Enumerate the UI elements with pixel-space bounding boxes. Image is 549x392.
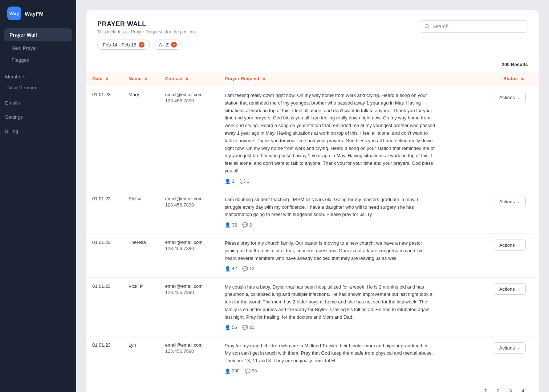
sidebar-item-emails[interactable]: Emails — [0, 94, 76, 108]
prayer-table-container: Date ⇅ Name ⇅ Contact ⇅ Prayer Request — [86, 72, 539, 380]
person-icon-0: 👤 — [225, 179, 231, 184]
cell-prayer-2: Please pray for my church family. Our pa… — [219, 234, 488, 277]
sidebar-item-prayer-wall[interactable]: Prayer Wall — [4, 28, 72, 41]
cell-date-2: 01.01.23 — [86, 234, 123, 277]
cell-name-0: Mary — [123, 86, 159, 190]
cell-date-3: 01.01.23 — [86, 277, 123, 336]
stat-chat-4: 💬 98 — [245, 368, 257, 374]
date-filter-remove-icon[interactable]: − — [139, 42, 145, 48]
results-count: 200 Results — [86, 57, 539, 72]
stat-chat-0: 💬 1 — [240, 179, 249, 184]
actions-label-0: Actions — [499, 95, 515, 100]
page-subtitle: This includes all Prayer Requests for th… — [97, 29, 197, 34]
search-icon — [424, 24, 430, 29]
chat-icon-1: 💬 — [242, 222, 248, 228]
cell-status-1: Actions ⌄ — [488, 190, 539, 233]
col-header-date[interactable]: Date ⇅ — [86, 72, 123, 86]
cell-prayer-0: I am feeling really down right now. On m… — [219, 86, 488, 190]
table-row: 01.01.23 Mary email@email.com 123.456.78… — [86, 86, 539, 190]
person-icon-2: 👤 — [225, 266, 231, 271]
logo-badge: Way — [7, 7, 21, 20]
actions-label-3: Actions — [499, 286, 515, 292]
prayer-table: Date ⇅ Name ⇅ Contact ⇅ Prayer Request — [86, 72, 539, 380]
col-header-name[interactable]: Name ⇅ — [123, 72, 159, 86]
actions-chevron-0: ⌄ — [517, 95, 520, 100]
sidebar-item-flagged[interactable]: Flagged — [4, 54, 72, 66]
sort-contact-icon: ⇅ — [186, 77, 188, 81]
cell-status-0: Actions ⌄ — [488, 86, 539, 190]
chat-icon-0: 💬 — [240, 179, 245, 184]
logo-area: Way WayFM — [0, 0, 76, 27]
sidebar-item-new-prayer[interactable]: New Prayer — [4, 42, 72, 54]
sidebar-prayer-wall-section: Prayer Wall New Prayer Flagged — [0, 27, 76, 68]
search-box[interactable] — [419, 20, 528, 33]
stat-person-4: 👤 200 — [225, 368, 240, 374]
actions-chevron-2: ⌄ — [517, 243, 520, 248]
pagination: 1234 — [86, 380, 539, 392]
svg-line-1 — [428, 28, 430, 29]
card-header: PRAYER WALL This includes all Prayer Req… — [86, 10, 539, 57]
sidebar-item-billing[interactable]: Billing — [0, 122, 76, 136]
cell-name-2: Theresa — [123, 234, 159, 277]
sort-status-icon: ⇅ — [521, 77, 524, 81]
actions-chevron-3: ⌄ — [517, 287, 520, 291]
sidebar-item-members[interactable]: Members — [0, 68, 76, 82]
table-row: 01.01.23 Lyn email@email.com 123.456.789… — [86, 336, 539, 380]
sort-prayer-icon: ⇅ — [262, 77, 265, 81]
table-row: 01.01.23 Vicki P email@email.com 123.456… — [86, 277, 539, 336]
cell-date-0: 01.01.23 — [86, 86, 123, 190]
person-icon-1: 👤 — [225, 222, 231, 228]
actions-label-4: Actions — [499, 345, 515, 351]
sidebar-item-new-member[interactable]: New Member — [0, 82, 76, 94]
chat-icon-2: 💬 — [242, 266, 248, 271]
sort-name-icon: ⇅ — [144, 77, 147, 81]
sort-date-icon: ⇅ — [105, 77, 108, 81]
actions-button-1[interactable]: Actions ⌄ — [494, 196, 526, 207]
col-header-status[interactable]: Status ⇅ — [488, 72, 539, 86]
cell-contact-2: email@email.com 123.456.7890 — [159, 234, 219, 277]
main-content: PRAYER WALL This includes all Prayer Req… — [76, 0, 549, 392]
person-icon-4: 👤 — [225, 368, 231, 374]
stat-person-2: 👤 42 — [225, 266, 237, 271]
cell-name-4: Lyn — [123, 336, 159, 380]
cell-contact-1: email@email.com 123.456.7890 — [159, 190, 219, 233]
cell-status-4: Actions ⌄ — [488, 336, 539, 380]
chat-icon-3: 💬 — [242, 325, 248, 330]
header-left: PRAYER WALL This includes all Prayer Req… — [97, 20, 197, 50]
page-1[interactable]: 1 — [481, 386, 491, 392]
sidebar-item-settings[interactable]: Settings — [0, 108, 76, 122]
cell-contact-3: email@email.com 123.456.7890 — [159, 277, 219, 336]
actions-button-0[interactable]: Actions ⌄ — [494, 92, 526, 103]
date-filter-label: Feb 14 - Feb 16 — [103, 42, 137, 48]
cell-prayer-3: My cousin has a baby, Bryler that has be… — [219, 277, 488, 336]
stat-chat-3: 💬 21 — [242, 325, 255, 330]
actions-label-2: Actions — [499, 242, 515, 248]
cell-contact-4: email@email.com 123.456.7890 — [159, 336, 219, 380]
actions-button-2[interactable]: Actions ⌄ — [494, 240, 526, 251]
cell-prayer-4: Pray for my grand children who are in Mi… — [219, 336, 488, 380]
sidebar: Way WayFM Prayer Wall New Prayer Flagged… — [0, 0, 76, 392]
cell-prayer-1: I am doubling student teaching , IBSM 51… — [219, 190, 488, 233]
alpha-filter-label: A - Z — [159, 42, 169, 48]
cell-status-2: Actions ⌄ — [488, 234, 539, 277]
app-name: WayFM — [25, 11, 44, 17]
stat-person-1: 👤 32 — [225, 222, 237, 228]
actions-button-3[interactable]: Actions ⌄ — [494, 283, 526, 295]
table-row: 01.01.23 Theresa email@email.com 123.456… — [86, 234, 539, 277]
page-title: PRAYER WALL — [97, 20, 197, 28]
page-4[interactable]: 4 — [518, 386, 528, 392]
cell-name-3: Vicki P — [123, 277, 159, 336]
stat-person-0: 👤 1 — [225, 179, 235, 184]
alpha-filter-pill[interactable]: A - Z − — [154, 40, 182, 50]
alpha-filter-remove-icon[interactable]: − — [171, 42, 177, 48]
search-input[interactable] — [432, 24, 522, 29]
col-header-contact[interactable]: Contact ⇅ — [159, 72, 219, 86]
actions-chevron-4: ⌄ — [517, 346, 520, 350]
cell-date-1: 01.01.23 — [86, 190, 123, 233]
date-filter-pill[interactable]: Feb 14 - Feb 16 − — [97, 40, 150, 50]
page-3[interactable]: 3 — [505, 386, 516, 392]
cell-status-3: Actions ⌄ — [488, 277, 539, 336]
actions-button-4[interactable]: Actions ⌄ — [494, 342, 526, 354]
col-header-prayer[interactable]: Prayer Request ⇅ — [219, 72, 488, 86]
page-2[interactable]: 2 — [493, 386, 503, 392]
